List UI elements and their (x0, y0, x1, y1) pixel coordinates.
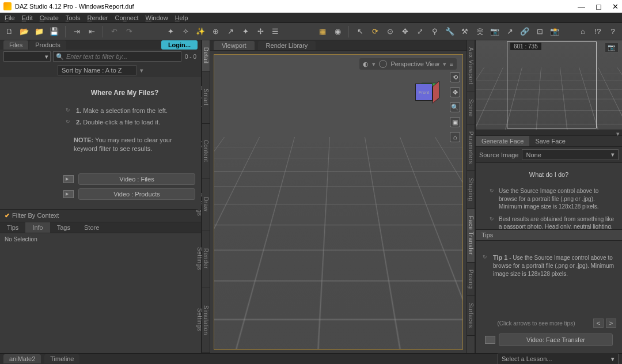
video-products-button[interactable]: Video : Products (78, 188, 195, 200)
star-icon[interactable]: ✦ (240, 26, 251, 37)
vtab-simulation-settings[interactable]: Simulation Settings (202, 287, 210, 353)
sort-label[interactable]: Sort by Name : A to Z (58, 65, 136, 75)
video-files-button[interactable]: Video : Files (78, 173, 195, 185)
reset-camera-icon[interactable]: ⌂ (450, 132, 460, 142)
filter-dropdown[interactable]: ▾ (3, 51, 51, 62)
tab-info[interactable]: Info (25, 222, 50, 233)
menu-connect[interactable]: Connect (113, 13, 141, 22)
pointer-icon[interactable]: ↖ (354, 26, 366, 37)
vtab-draw-settings[interactable]: Draw Settings (202, 179, 210, 230)
vtab-face-transfer[interactable]: Face Transfer (467, 209, 475, 263)
rotate-tool-icon[interactable]: ⟳ (369, 26, 381, 37)
vtab-surfaces[interactable]: Surfaces (467, 296, 475, 335)
search-field[interactable] (66, 53, 179, 60)
save-icon[interactable]: 💾 (48, 26, 60, 37)
scale-icon[interactable]: ⤢ (414, 26, 426, 37)
video-icon (63, 175, 74, 183)
menu-file[interactable]: File (2, 13, 17, 22)
login-button[interactable]: Login... (161, 40, 198, 50)
tab-render-library[interactable]: Render Library (258, 41, 316, 50)
menu-create[interactable]: Create (37, 13, 61, 22)
sphere-icon[interactable]: ◉ (332, 26, 343, 37)
merge-icon[interactable]: 📁 (33, 26, 45, 37)
tab-files[interactable]: Files (3, 40, 28, 50)
search-input[interactable]: 🔍 (53, 51, 181, 62)
pan-camera-icon[interactable]: ✥ (450, 87, 460, 97)
close-button[interactable]: ✕ (612, 2, 619, 11)
list-icon[interactable]: ☰ (270, 26, 281, 37)
minimize-button[interactable]: — (578, 2, 585, 11)
cursor2-icon[interactable]: ↗ (504, 26, 515, 37)
maximize-button[interactable]: ◻ (596, 2, 602, 11)
viewport-3d[interactable]: ◐ ▾ Perspective View ▾ ≡ Front ⟲ ✥ 🔍 ▣ ⌂ (214, 54, 463, 350)
vtab-smart-content[interactable]: Smart Content (202, 71, 210, 124)
person-icon[interactable]: 웃 (474, 26, 486, 37)
link-icon[interactable]: 🔗 (519, 26, 530, 37)
filter-by-context[interactable]: ✔Filter By Context (5, 212, 196, 219)
frame-icon[interactable]: ▣ (450, 117, 460, 127)
vtab-detail[interactable]: Detail (202, 40, 210, 71)
headlamp-icon[interactable]: ◐ (363, 60, 369, 68)
view-cube[interactable]: Front (415, 78, 439, 102)
zoom-camera-icon[interactable]: 🔍 (450, 102, 460, 112)
import-icon[interactable]: ⇥ (71, 26, 82, 37)
tip-next-button[interactable]: > (606, 318, 616, 328)
tab-tags[interactable]: Tags (50, 222, 77, 233)
new-icon[interactable]: 🗋 (3, 26, 15, 37)
lesson-select[interactable]: Select a Lesson...▾ (498, 354, 619, 365)
vtab-posing[interactable]: Posing (467, 263, 475, 297)
globe-icon[interactable]: ⊕ (210, 26, 221, 37)
open-icon[interactable]: 📂 (18, 26, 30, 37)
tab-tips[interactable]: Tips (0, 222, 25, 233)
redo-icon[interactable]: ↷ (123, 26, 135, 37)
menu-render[interactable]: Render (85, 13, 110, 22)
tab-animate[interactable]: aniMate2 (3, 354, 41, 363)
add-figure-icon[interactable]: ✦ (165, 26, 176, 37)
about-icon[interactable]: ? (607, 26, 619, 37)
sparkle-icon[interactable]: ✨ (195, 26, 206, 37)
orbit-icon[interactable]: ⊙ (384, 26, 396, 37)
viewport-options-icon[interactable]: ≡ (450, 60, 453, 67)
undo-icon[interactable]: ↶ (108, 26, 120, 37)
tab-viewport[interactable]: Viewport (214, 41, 255, 50)
home-icon[interactable]: ⌂ (577, 26, 589, 37)
camera-view-icon[interactable] (379, 60, 387, 68)
video-face-transfer-button[interactable]: Video: Face Transfer (499, 333, 613, 346)
menu-edit[interactable]: Edit (20, 13, 35, 22)
tip-prev-button[interactable]: < (593, 318, 604, 328)
tab-timeline[interactable]: Timeline (44, 354, 79, 363)
camera2-icon[interactable]: ⊡ (534, 26, 545, 37)
right-vertical-tabs: Aux Viewport Scene Parameters Shaping Fa… (466, 40, 475, 353)
export-icon[interactable]: ⇤ (86, 26, 97, 37)
tab-store[interactable]: Store (77, 222, 106, 233)
grid-icon[interactable]: ▦ (317, 26, 328, 37)
instruction-2: Best results are obtained from something… (490, 213, 616, 230)
rocket-icon[interactable]: ↗ (225, 26, 236, 37)
plus-icon[interactable]: ✢ (255, 26, 266, 37)
tab-save-face[interactable]: Save Face (529, 136, 571, 146)
aux-viewport[interactable]: 601 : 735 📷 (476, 40, 622, 130)
vtab-content-library[interactable]: Content Library (202, 124, 210, 179)
wand-icon[interactable]: ✧ (180, 26, 191, 37)
menu-help[interactable]: Help (173, 13, 191, 22)
hammer-icon[interactable]: ⚒ (459, 26, 471, 37)
vtab-parameters[interactable]: Parameters (467, 124, 475, 172)
move-icon[interactable]: ✥ (399, 26, 411, 37)
wrench-icon[interactable]: 🔧 (444, 26, 456, 37)
aux-camera-icon[interactable]: 📷 (605, 43, 619, 52)
perspective-label[interactable]: Perspective View (390, 60, 439, 67)
tab-generate-face[interactable]: Generate Face (476, 136, 529, 146)
pin-icon[interactable]: ⚲ (429, 26, 441, 37)
tab-products[interactable]: Products (29, 40, 66, 50)
vtab-aux-viewport[interactable]: Aux Viewport (467, 40, 475, 92)
source-image-select[interactable]: None▾ (522, 149, 619, 160)
vtab-shaping[interactable]: Shaping (467, 171, 475, 208)
camera-icon[interactable]: 📷 (489, 26, 500, 37)
help-icon[interactable]: !? (592, 26, 604, 37)
menu-tools[interactable]: Tools (63, 13, 83, 22)
orbit-camera-icon[interactable]: ⟲ (450, 72, 460, 82)
snapshot-icon[interactable]: 📸 (549, 26, 560, 37)
menu-window[interactable]: Window (143, 13, 170, 22)
vtab-scene[interactable]: Scene (467, 92, 475, 124)
vtab-render-settings[interactable]: Render Settings (202, 230, 210, 287)
